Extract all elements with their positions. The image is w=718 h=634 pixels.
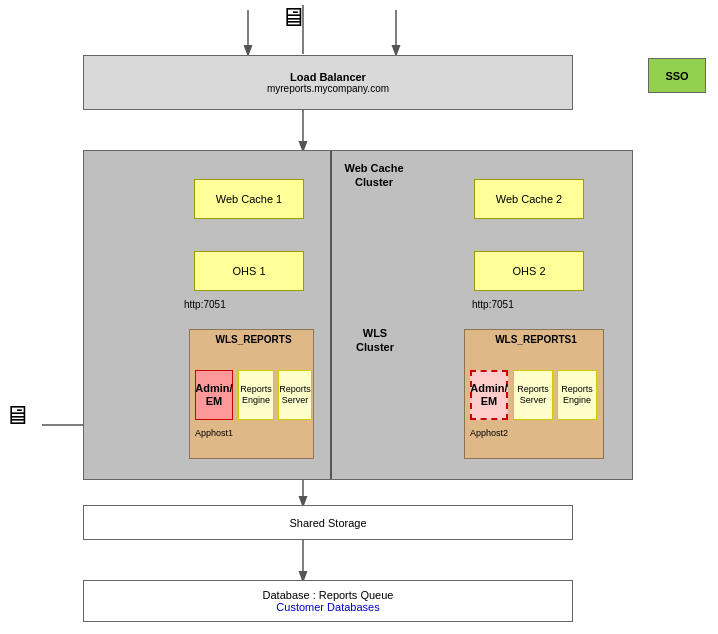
- load-balancer-label: Load Balancer: [290, 71, 366, 83]
- http-label-1: http:7051: [184, 299, 226, 310]
- web-cache-2-box: Web Cache 2: [474, 179, 584, 219]
- wls-cluster-label: WLSCluster: [340, 326, 410, 355]
- web-cache-2-label: Web Cache 2: [496, 193, 562, 205]
- database-box: Database : Reports Queue Customer Databa…: [83, 580, 573, 622]
- vertical-divider: [330, 151, 332, 479]
- wls-reports-label: WLS_REPORTS: [194, 334, 313, 345]
- apphost2-admin-em-label: Admin/ EM: [470, 382, 507, 408]
- ohs-1-box: OHS 1: [194, 251, 304, 291]
- wls-reports1-box: WLS_REPORTS1 Admin/ EM Reports Server Re…: [464, 329, 604, 459]
- main-container: Web CacheCluster Web Cache 1 Web Cache 2…: [83, 150, 633, 480]
- database-line1: Database : Reports Queue: [263, 589, 394, 601]
- top-computer-icon: 🖥: [280, 2, 306, 33]
- apphost2-reports-server-box: Reports Server: [513, 370, 553, 420]
- load-balancer-box: Load Balancer myreports.mycompany.com: [83, 55, 573, 110]
- apphost1-reports-engine-box: Reports Engine: [238, 370, 274, 420]
- sso-box: SSO: [648, 58, 706, 93]
- shared-storage-box: Shared Storage: [83, 505, 573, 540]
- web-cache-1-label: Web Cache 1: [216, 193, 282, 205]
- ohs-1-label: OHS 1: [232, 265, 265, 277]
- apphost1-reports-engine-label: Reports Engine: [240, 384, 272, 406]
- shared-storage-label: Shared Storage: [289, 517, 366, 529]
- sso-label: SSO: [665, 70, 688, 82]
- wls-reports-box: WLS_REPORTS Admin/ EM Reports Engine Rep…: [189, 329, 314, 459]
- wls-reports1-label: WLS_REPORTS1: [469, 334, 603, 345]
- http-label-2: http:7051: [472, 299, 514, 310]
- database-line2: Customer Databases: [276, 601, 379, 613]
- apphost2-admin-em-box: Admin/ EM: [470, 370, 508, 420]
- apphost1-reports-server-label: Reports Server: [279, 384, 311, 406]
- ohs-2-box: OHS 2: [474, 251, 584, 291]
- ohs-2-label: OHS 2: [512, 265, 545, 277]
- web-cache-1-box: Web Cache 1: [194, 179, 304, 219]
- apphost2-label: Apphost2: [470, 428, 508, 438]
- apphost2-reports-engine-box: Reports Engine: [557, 370, 597, 420]
- apphost1-label: Apphost1: [195, 428, 233, 438]
- apphost2-reports-server-label: Reports Server: [517, 384, 549, 406]
- left-computer-icon: 🖥: [4, 400, 30, 431]
- diagram: 🖥 Load Balancer myreports.mycompany.com …: [0, 0, 718, 634]
- apphost1-admin-em-box: Admin/ EM: [195, 370, 233, 420]
- apphost1-admin-em-label: Admin/ EM: [195, 382, 232, 408]
- load-balancer-url: myreports.mycompany.com: [267, 83, 389, 94]
- apphost2-reports-engine-label: Reports Engine: [561, 384, 593, 406]
- web-cache-cluster-label: Web CacheCluster: [334, 161, 414, 190]
- apphost1-reports-server-box: Reports Server: [278, 370, 312, 420]
